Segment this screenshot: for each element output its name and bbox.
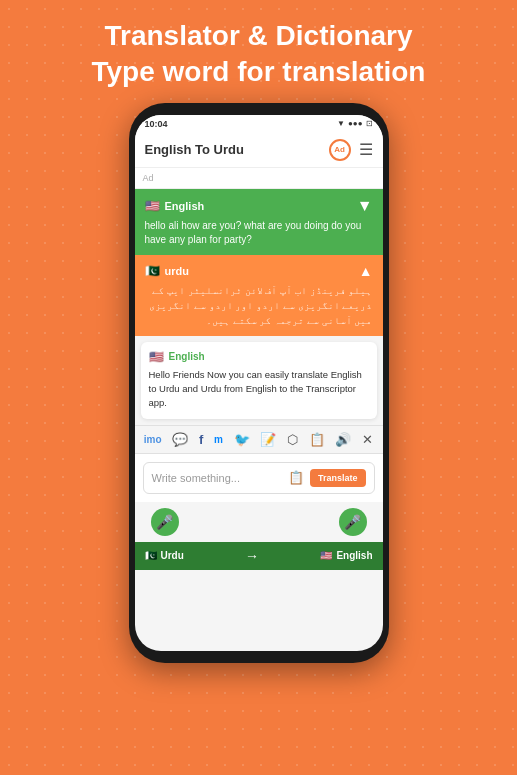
mic-right-button[interactable]: 🎤 — [339, 508, 367, 536]
english-flag: 🇺🇸 — [145, 199, 160, 213]
bottom-source-lang[interactable]: 🇵🇰 Urdu — [145, 550, 184, 561]
mic-left-icon: 🎤 — [156, 514, 173, 530]
result-flag: 🇺🇸 — [149, 350, 164, 364]
bottom-lang-bar: 🇵🇰 Urdu → 🇺🇸 English — [135, 542, 383, 570]
urdu-output-text: ہیلو فرینڈز اب آپ آف لائن ٹرانسلیٹر ایپ … — [145, 283, 373, 328]
urdu-flag: 🇵🇰 — [145, 264, 160, 278]
source-lang-flag: 🇵🇰 — [145, 550, 157, 561]
messenger-share-icon[interactable]: m — [214, 434, 223, 445]
up-arrow-icon[interactable]: ▲ — [359, 263, 373, 279]
source-lang-text: Urdu — [161, 550, 184, 561]
toolbar-icons: Ad ☰ — [329, 139, 373, 161]
copy-icon[interactable]: 📋 — [288, 470, 304, 485]
header-title-line2: Type word for translation — [10, 54, 507, 90]
share-bar: imo 💬 f m 🐦 📝 ⬡ 📋 🔊 ✕ — [135, 425, 383, 454]
english-input-block: 🇺🇸 English ▼ hello ali how are you? what… — [135, 189, 383, 255]
battery-icon: ⊡ — [366, 119, 373, 128]
urdu-output-block: 🇵🇰 urdu ▲ ہیلو فرینڈز اب آپ آف لائن ٹران… — [135, 255, 383, 336]
result-lang-text: English — [169, 351, 205, 362]
english-lang-label: 🇺🇸 English — [145, 199, 205, 213]
status-bar: 10:04 ▼ ●●● ⊡ — [135, 115, 383, 133]
app-title: English To Urdu — [145, 142, 244, 157]
ad-bar: Ad — [135, 168, 383, 189]
tts-share-icon[interactable]: 🔊 — [335, 432, 351, 447]
imo-share-icon[interactable]: imo — [144, 434, 162, 445]
english-input-text: hello ali how are you? what are you doin… — [145, 219, 373, 247]
ad-badge: Ad — [329, 139, 351, 161]
twitter-share-icon[interactable]: 🐦 — [234, 432, 250, 447]
wifi-icon: ▼ — [337, 119, 345, 128]
ad-label: Ad — [143, 173, 154, 183]
bottom-target-lang[interactable]: 🇺🇸 English — [320, 550, 372, 561]
urdu-label-text: urdu — [165, 265, 189, 277]
sms-share-icon[interactable]: 📝 — [260, 432, 276, 447]
more-share-icon[interactable]: ⬡ — [287, 432, 298, 447]
urdu-lang-header: 🇵🇰 urdu ▲ — [145, 263, 373, 279]
voice-bar: 🎤 🎤 — [135, 502, 383, 542]
phone-body: 10:04 ▼ ●●● ⊡ English To Urdu Ad ☰ Ad — [129, 103, 389, 663]
whatsapp-share-icon[interactable]: 💬 — [172, 432, 188, 447]
signal-icon: ●●● — [348, 119, 363, 128]
copy-share-icon[interactable]: 📋 — [309, 432, 325, 447]
write-placeholder: Write something... — [152, 472, 288, 484]
header-title-line1: Translator & Dictionary — [10, 18, 507, 54]
translation-area: 🇺🇸 English ▼ hello ali how are you? what… — [135, 189, 383, 651]
result-translation-text: Hello Friends Now you can easily transla… — [149, 368, 369, 411]
translate-button[interactable]: Translate — [310, 469, 366, 487]
dropdown-arrow-icon[interactable]: ▼ — [357, 197, 373, 215]
result-card: 🇺🇸 English Hello Friends Now you can eas… — [141, 342, 377, 419]
facebook-share-icon[interactable]: f — [199, 432, 203, 447]
close-share-icon[interactable]: ✕ — [362, 432, 373, 447]
status-time: 10:04 — [145, 119, 168, 129]
urdu-lang-label: 🇵🇰 urdu — [145, 264, 189, 278]
input-bar: Write something... 📋 Translate — [135, 454, 383, 502]
hamburger-icon[interactable]: ☰ — [359, 140, 373, 159]
status-icons: ▼ ●●● ⊡ — [337, 119, 372, 128]
input-row[interactable]: Write something... 📋 Translate — [143, 462, 375, 494]
english-label-text: English — [165, 200, 205, 212]
phone-screen: 10:04 ▼ ●●● ⊡ English To Urdu Ad ☰ Ad — [135, 115, 383, 651]
target-lang-flag: 🇺🇸 — [320, 550, 332, 561]
swap-languages-icon[interactable]: → — [245, 548, 259, 564]
english-lang-header: 🇺🇸 English ▼ — [145, 197, 373, 215]
result-lang-label: 🇺🇸 English — [149, 350, 369, 364]
target-lang-text: English — [336, 550, 372, 561]
app-toolbar: English To Urdu Ad ☰ — [135, 133, 383, 168]
phone-mockup: 10:04 ▼ ●●● ⊡ English To Urdu Ad ☰ Ad — [0, 103, 517, 663]
header-section: Translator & Dictionary Type word for tr… — [0, 0, 517, 99]
mic-left-button[interactable]: 🎤 — [151, 508, 179, 536]
mic-right-icon: 🎤 — [344, 514, 361, 530]
